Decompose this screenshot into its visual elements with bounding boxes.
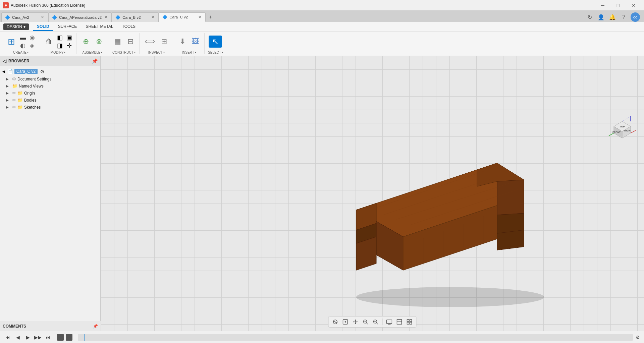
assemble-group-label[interactable]: ASSEMBLE ▾ [83,51,103,54]
insert-group-label[interactable]: INSERT ▾ [182,51,196,54]
play-button[interactable]: ▶ [24,334,32,341]
tab-close-button[interactable]: ✕ [40,14,45,20]
pin-comments-button[interactable]: 📌 [93,324,98,329]
measure-button[interactable]: ⟺ [143,37,157,46]
revolve-button[interactable]: ◐ [18,42,27,49]
window-controls: ─ □ ✕ [595,0,641,11]
marker2-button[interactable] [66,334,72,341]
ribbon: DESIGN ▾ SOLID SURFACE SHEET METAL TOOLS… [0,22,644,56]
press-pull-button[interactable]: ⟰ [43,37,55,46]
inspect-group-label[interactable]: INSPECT ▾ [148,51,165,54]
svg-line-32 [609,133,614,136]
step-forward-button[interactable]: ▶▶ [34,334,42,341]
insert-derive-icon: ⬇ [179,38,185,45]
tab-cara-av2[interactable]: 🔷 Cara_Av2 ✕ [1,12,48,22]
ribbon-tabs: DESIGN ▾ SOLID SURFACE SHEET METAL TOOLS [0,22,644,32]
playback-settings-button[interactable]: ⚙ [636,335,640,340]
shell-button[interactable]: ▣ [65,34,73,41]
tree-item-bodies[interactable]: ▶ 👁 📁 Bodies [0,97,100,104]
profile-button[interactable]: 👤 [596,12,606,22]
display-settings-button[interactable] [385,317,394,327]
root-collapse-arrow[interactable]: ◄ [1,69,6,74]
expand-arrow[interactable]: ▶ [6,98,11,102]
grid-background [101,56,644,331]
minimize-button[interactable]: ─ [595,0,610,11]
new-component-button[interactable]: ⊞ [5,36,17,47]
timeline[interactable] [78,334,633,341]
expand-arrow[interactable]: ▶ [6,91,11,95]
extrude-button[interactable]: ▬ [18,34,27,41]
root-icon: 📄 [7,69,13,74]
plane-button[interactable]: ▦ [111,37,123,46]
pan-button[interactable] [351,317,360,327]
viewport-settings-button[interactable] [405,317,414,327]
help-button[interactable]: ? [619,12,629,22]
collapse-browser-button[interactable]: ◁ [3,58,6,64]
combine-button[interactable]: ✛ [65,42,73,49]
construct-group-label[interactable]: CONSTRUCT ▾ [112,51,136,54]
tab-close-button[interactable]: ✕ [198,14,202,20]
look-at-button[interactable] [341,317,350,327]
select-button[interactable]: ↖ [209,36,222,48]
eye-icon[interactable]: 👁 [12,105,16,110]
maximize-button[interactable]: □ [610,0,626,11]
fillet-button[interactable]: ◈ [28,42,36,49]
step-back-button[interactable]: ◀ [14,334,21,341]
tab-close-button[interactable]: ✕ [151,14,155,20]
new-tab-button[interactable]: + [206,12,215,22]
tree-item-named-views[interactable]: ▶ 📁 Named Views [0,82,100,90]
cloud-sync-button[interactable]: ↻ [585,12,594,22]
tab-close-button[interactable]: ✕ [104,14,108,20]
skip-to-start-button[interactable]: ⏮ [4,334,11,341]
account-button[interactable]: cc [631,12,640,22]
tree-item-origin[interactable]: ▶ 👁 📁 Origin [0,90,100,97]
marker1-button[interactable] [57,334,64,341]
eye-icon[interactable]: 👁 [12,98,16,103]
expand-arrow[interactable]: ▶ [6,77,11,81]
fillet2-button[interactable]: ◧ [56,34,64,41]
insert-svg-button[interactable]: 🖼 [190,37,202,46]
chamfer-button[interactable]: ◨ [56,42,64,49]
tree-item-sketches[interactable]: ▶ 👁 📁 Sketches [0,104,100,111]
svg-text:RIGHT: RIGHT [624,129,632,132]
joint-button[interactable]: ⊕ [80,37,92,46]
joint2-button[interactable]: ⊗ [93,37,105,46]
tree-root[interactable]: ◄ 📄 Cara_C v2 ⊙ [0,67,100,75]
grid-settings-button[interactable] [395,317,404,327]
skip-to-end-button[interactable]: ⏭ [44,334,52,341]
section-button[interactable]: ⊞ [158,37,170,46]
tab-cara-apersonalizada[interactable]: 🔷 Cara_APersonalizada v2 ✕ [48,12,112,22]
viewport-toolbar [328,316,417,328]
root-options-icon[interactable]: ⊙ [40,69,44,74]
eye-icon[interactable]: 👁 [12,91,16,96]
plane-icon: ▦ [114,38,121,45]
design-dropdown[interactable]: DESIGN ▾ [3,23,29,30]
close-button[interactable]: ✕ [626,0,641,11]
tab-cara-cv2[interactable]: 🔷 Cara_C v2 ✕ [159,12,206,22]
tab-tools[interactable]: TOOLS [118,23,140,31]
zoom-button[interactable] [361,317,370,327]
expand-arrow[interactable]: ▶ [6,105,11,109]
tab-cara-bv2[interactable]: 🔷 Cara_B v2 ✕ [112,12,159,22]
expand-arrow[interactable]: ▶ [6,84,11,88]
comments-label: COMMENTS [3,324,26,329]
tab-solid[interactable]: SOLID [33,23,53,31]
hole-icon: ◉ [30,35,35,41]
fit-button[interactable] [371,317,380,327]
tab-sheet-metal[interactable]: SHEET METAL [82,23,117,31]
tab-surface[interactable]: SURFACE [54,23,81,31]
insert-derive-button[interactable]: ⬇ [176,37,189,46]
hole-button[interactable]: ◉ [28,34,36,41]
create-group-label[interactable]: CREATE ▾ [13,51,29,54]
orbit-button[interactable] [331,317,340,327]
pin-browser-button[interactable]: 📌 [92,58,98,64]
axis-button[interactable]: ⊟ [124,37,137,46]
notification-button[interactable]: 🔔 [608,12,617,22]
select-group-label[interactable]: SELECT ▾ [208,51,223,54]
viewcube[interactable]: TOP FRONT RIGHT [607,113,637,143]
tree-item-document-settings[interactable]: ▶ ⚙ Document Settings [0,75,100,82]
browser-header: ◁ BROWSER 📌 [0,56,100,66]
viewport[interactable]: TOP FRONT RIGHT [101,56,644,331]
root-label: Cara_C v2 [14,69,38,74]
modify-group-label[interactable]: MODIFY ▾ [51,51,66,54]
